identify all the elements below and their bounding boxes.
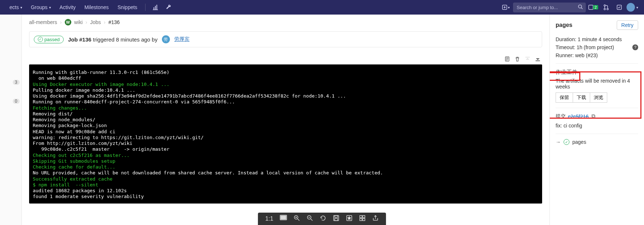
browse-artifacts-button[interactable]: 浏览	[590, 92, 607, 103]
job-title-rest: triggered 8 minutes ago by	[91, 36, 158, 43]
svg-point-8	[604, 8, 605, 10]
job-title: Job #136 triggered 8 minutes ago by	[68, 36, 158, 43]
editor-status-bar: 1:1	[258, 213, 386, 225]
nav-separator	[145, 4, 146, 11]
share-icon[interactable]	[372, 215, 379, 223]
svg-point-7	[604, 5, 605, 6]
nav-projects-label: ects	[9, 4, 19, 10]
user-menu[interactable]: ▾	[627, 1, 638, 13]
scroll-top-icon	[524, 56, 531, 63]
download-artifacts-button[interactable]: 下载	[573, 92, 590, 103]
runner-label: Runner:	[556, 52, 575, 58]
check-circle-icon	[38, 37, 43, 42]
commit-message: fix: ci config	[556, 123, 638, 129]
job-name: pages	[556, 22, 572, 28]
runner-value: web (#23)	[575, 52, 598, 58]
svg-rect-24	[360, 218, 362, 221]
timeout-value: 1h (from project)	[577, 44, 614, 50]
zoom-out-icon[interactable]	[307, 215, 313, 223]
svg-point-5	[579, 5, 582, 8]
grid-icon[interactable]	[359, 215, 366, 223]
job-log[interactable]: Running with gitlab-runner 11.3.0-rc1 (8…	[29, 64, 542, 204]
merge-requests-icon[interactable]	[600, 1, 612, 13]
erase-log-icon[interactable]	[514, 56, 521, 63]
rotate-icon[interactable]	[320, 215, 326, 223]
todos-icon[interactable]	[613, 1, 625, 13]
main-content: all-members › W wiki › Jobs › #136 passe…	[22, 15, 549, 225]
wrench-icon[interactable]	[163, 1, 175, 13]
pipeline-stage[interactable]: → ✓ pages	[556, 139, 638, 145]
chart-icon[interactable]	[150, 1, 162, 13]
log-line: Checking out c2c5f216 as master...	[33, 153, 130, 158]
log-line: No URL provided, cache will be not downl…	[33, 170, 383, 175]
sidebar-item-issues[interactable]: 3	[4, 76, 18, 88]
keep-artifacts-button[interactable]: 保留	[556, 92, 573, 103]
commit-label: 提交	[556, 113, 566, 120]
log-line: Removing node_modules/	[33, 117, 95, 122]
top-navbar: ects▾ Groups▾ Activity Milestones Snippe…	[0, 0, 644, 15]
save-icon[interactable]	[333, 215, 339, 223]
crumb-group[interactable]: all-members	[29, 19, 57, 25]
scroll-bottom-icon[interactable]	[534, 56, 541, 63]
left-sidebar: 3 0	[0, 15, 22, 225]
job-header: passed Job #136 triggered 8 minutes ago …	[29, 31, 542, 47]
screen-icon[interactable]	[280, 215, 287, 223]
right-sidebar: pages Retry Duration: 1 minute 4 seconds…	[549, 15, 644, 225]
nav-projects[interactable]: ects▾	[6, 0, 26, 15]
issues-badge: 2	[593, 5, 598, 9]
log-line: warning: redirecting to https://git.lzit…	[33, 135, 204, 140]
nav-activity[interactable]: Activity	[56, 0, 79, 15]
sidebar-badge: 0	[13, 99, 20, 104]
log-line: Using docker image sha256:4df1f3e94ef9d2…	[33, 93, 346, 99]
svg-rect-25	[363, 218, 365, 221]
svg-rect-20	[335, 218, 338, 221]
log-toolbar	[29, 55, 542, 64]
plus-icon[interactable]: ▾	[500, 1, 512, 13]
search-input[interactable]	[513, 3, 586, 12]
crumb-job-id: #136	[108, 19, 120, 25]
log-line: $ npm install --silent	[33, 182, 98, 188]
cursor-position: 1:1	[265, 216, 273, 222]
svg-rect-13	[592, 114, 594, 117]
chevron-down-icon: ▾	[636, 5, 638, 9]
crumb-sep: ›	[104, 19, 106, 25]
svg-rect-15	[281, 216, 286, 219]
zoom-in-icon[interactable]	[294, 215, 300, 223]
copy-sha-icon[interactable]	[591, 114, 596, 120]
breadcrumb: all-members › W wiki › Jobs › #136	[29, 19, 542, 25]
nav-groups[interactable]: Groups▾	[27, 0, 55, 15]
duration-label: Duration:	[556, 36, 578, 42]
nav-milestones[interactable]: Milestones	[81, 0, 112, 15]
sidebar-item-mrs[interactable]: 0	[4, 95, 18, 107]
issues-icon[interactable]: 2	[587, 1, 599, 13]
commit-sha-link[interactable]: c2c5f216	[568, 114, 589, 119]
log-line: Using Docker executor with image node:10…	[33, 82, 170, 87]
sidebar-item[interactable]	[4, 133, 18, 145]
job-id: Job #136	[68, 36, 91, 43]
status-badge-passed: passed	[34, 36, 64, 43]
log-line: Fetching changes...	[33, 105, 87, 111]
search-icon[interactable]	[578, 4, 583, 11]
retry-button[interactable]: Retry	[617, 20, 638, 30]
job-user-link[interactable]: 劳厚宾	[174, 36, 190, 43]
project-avatar: W	[65, 19, 71, 25]
arrow-right-icon: →	[556, 139, 561, 145]
bookmark-icon[interactable]	[346, 215, 353, 223]
artifacts-note: The artifacts will be removed in 4 weeks	[556, 78, 638, 90]
check-circle-icon: ✓	[564, 139, 569, 145]
nav-snippets[interactable]: Snippets	[114, 0, 141, 15]
user-avatar[interactable]: 劳	[162, 35, 170, 43]
log-line: Running on runner-840edcff-project-274-c…	[33, 99, 235, 104]
svg-rect-6	[589, 5, 593, 9]
log-line: Skipping Git submodules setup	[33, 158, 115, 164]
sidebar-badge: 3	[13, 80, 20, 85]
sidebar-item[interactable]	[4, 114, 18, 126]
log-line: on web 840edcff	[33, 75, 81, 81]
crumb-project[interactable]: wiki	[74, 19, 83, 25]
svg-rect-2	[156, 5, 157, 9]
log-line: audited 18682 packages in 12.102s	[33, 188, 127, 193]
svg-rect-23	[363, 216, 365, 218]
raw-log-icon[interactable]	[504, 56, 511, 63]
help-icon[interactable]: ?	[632, 44, 638, 50]
crumb-jobs[interactable]: Jobs	[90, 19, 101, 25]
